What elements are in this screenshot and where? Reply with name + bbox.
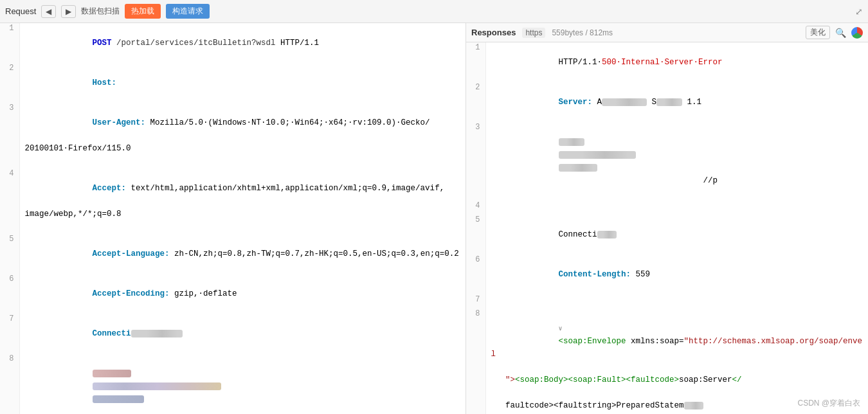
- header-key: Accept-Encoding:: [93, 289, 170, 298]
- header-val: Mozilla/5.0·(Windows·NT·10.0;·Win64;·x64…: [145, 118, 430, 127]
- line-num: 2: [0, 63, 19, 103]
- table-row: 2 Server: A S 1.1: [466, 82, 868, 122]
- chrome-icon: [851, 27, 863, 39]
- line-content: Accept: text/html,application/xhtml+xml,…: [19, 168, 466, 234]
- redacted-server: [602, 98, 647, 106]
- line-content: Connecti: [485, 215, 868, 255]
- line-num: 2: [466, 82, 485, 122]
- redacted-conn: [597, 231, 617, 239]
- line-num: 8: [466, 309, 485, 414]
- table-row: 3 //p: [466, 122, 868, 201]
- request-url: /portal/services/itcBulletin?wsdl: [116, 39, 276, 48]
- line-num: 1: [0, 23, 19, 63]
- table-row: 2 Host:: [0, 63, 466, 103]
- table-row: 7 Connecti: [0, 314, 466, 354]
- header-val: text/html,application/xhtml+xml,applicat…: [126, 184, 444, 193]
- line-num: 5: [466, 215, 485, 255]
- table-row: 3 User-Agent: Mozilla/5.0·(Windows·NT·10…: [0, 103, 466, 168]
- resp-line5: Connecti: [559, 230, 597, 239]
- line-content: POST /portal/services/itcBulletin?wsdl H…: [19, 23, 466, 63]
- line-content: Content-Length: 559: [485, 255, 868, 294]
- toolbar: Request ◀ ▶ 数据包扫描 热加载 构造请求 ⤢: [0, 0, 868, 23]
- header-val-cont: 20100101·Firefox/115.0: [25, 144, 131, 153]
- table-row: 1 HTTP/1.1·500·Internal·Server·Error: [466, 42, 868, 82]
- search-button[interactable]: 🔍: [835, 28, 846, 38]
- line-content: [19, 354, 466, 414]
- toolbar-right: 美化 🔍: [806, 26, 863, 39]
- response-code-area[interactable]: 1 HTTP/1.1·500·Internal·Server·Error 2 S…: [466, 42, 868, 414]
- request-pane: 1 POST /portal/services/itcBulletin?wsdl…: [0, 23, 466, 414]
- redacted-cookie-val2: [93, 395, 144, 403]
- header-key: Connecti: [93, 329, 131, 338]
- header-key: User-Agent:: [93, 118, 146, 127]
- table-row: 1 POST /portal/services/itcBulletin?wsdl…: [0, 23, 466, 63]
- line-num: 6: [466, 255, 485, 294]
- table-row: 5 Accept-Language: zh-CN,zh;q=0.8,zh-TW;…: [0, 234, 466, 274]
- table-row: 4: [466, 201, 868, 215]
- size-info: 559bytes / 812ms: [552, 28, 613, 37]
- redacted-fault: [684, 402, 703, 410]
- response-pane: Responses https 559bytes / 812ms 美化 🔍 1 …: [466, 23, 868, 414]
- xml-tag3: </: [732, 375, 742, 384]
- header-key: Accept:: [93, 184, 127, 193]
- http-version: HTTP/1.1: [276, 39, 320, 48]
- line-num: 7: [0, 314, 19, 354]
- header-key: Content-Length:: [559, 270, 631, 279]
- xml-content2: faultcode><faultstring>PreparedStatem: [505, 401, 684, 410]
- header-val: zh-CN,zh;q=0.8,zh-TW;q=0.7,zh-HK;q=0.5,e…: [170, 249, 459, 258]
- suffix: //p: [559, 176, 718, 185]
- request-code-table: 1 POST /portal/services/itcBulletin?wsdl…: [0, 23, 466, 414]
- redacted-line3a: [559, 138, 584, 146]
- redacted-cookie-val: [93, 382, 221, 390]
- redacted-line3b: [559, 151, 636, 159]
- header-val: A: [592, 98, 602, 107]
- line-num: 6: [0, 274, 19, 314]
- expand-button[interactable]: ⤢: [855, 6, 863, 17]
- header-val-cont: image/webp,*/*;q=0.8: [25, 210, 122, 219]
- line-num: 3: [0, 103, 19, 168]
- xml-tag2: <soap:Body><soap:Fault><faultcode>: [515, 375, 679, 384]
- request-code-area[interactable]: 1 POST /portal/services/itcBulletin?wsdl…: [0, 23, 466, 414]
- construct-request-button[interactable]: 构造请求: [166, 4, 210, 19]
- redacted-val: [131, 330, 183, 338]
- table-row: 6 Content-Length: 559: [466, 255, 868, 294]
- main-container: 1 POST /portal/services/itcBulletin?wsdl…: [0, 23, 868, 414]
- http-method: POST: [93, 39, 112, 48]
- line-content: [485, 201, 868, 215]
- redacted-cookie-key: [93, 370, 131, 377]
- line-num: 1: [466, 42, 485, 82]
- next-button[interactable]: ▶: [61, 5, 76, 18]
- http-status: 500·Internal·Server·Error: [602, 58, 723, 67]
- toolbar-request-title: Request: [5, 6, 36, 16]
- line-num: 3: [466, 122, 485, 201]
- xml-tag: <soap:Envelope: [559, 337, 626, 346]
- fold-arrow[interactable]: ∨: [559, 325, 563, 332]
- http-version-resp: HTTP/1.1·: [559, 58, 602, 67]
- line-num: 8: [0, 354, 19, 414]
- xml-str-cont: ">: [505, 375, 515, 384]
- table-row: 7: [466, 294, 868, 309]
- table-row: 8: [0, 354, 466, 414]
- line-content: Accept-Encoding: gzip,·deflate: [19, 274, 466, 314]
- redacted-server2: [656, 98, 682, 106]
- line-num: 4: [466, 201, 485, 215]
- table-row: 4 Accept: text/html,application/xhtml+xm…: [0, 168, 466, 234]
- line-content: Accept-Language: zh-CN,zh;q=0.8,zh-TW;q=…: [19, 234, 466, 274]
- watermark: CSDN @穿着白衣: [797, 398, 860, 409]
- beautify-button[interactable]: 美化: [806, 26, 830, 39]
- header-key: Host:: [93, 78, 117, 87]
- header-val: 559: [631, 270, 650, 279]
- prev-button[interactable]: ◀: [41, 5, 56, 18]
- line-content: //p: [485, 122, 868, 201]
- line-content: [485, 294, 868, 309]
- hot-load-button[interactable]: 热加载: [125, 4, 161, 19]
- line-content: Host:: [19, 63, 466, 103]
- https-tab[interactable]: https: [522, 28, 545, 38]
- header-key: Server:: [559, 98, 593, 107]
- scan-label: 数据包扫描: [81, 6, 120, 17]
- xml-attr: xmlns:soap=: [626, 337, 684, 346]
- table-row: 6 Accept-Encoding: gzip,·deflate: [0, 274, 466, 314]
- header-val2: S: [647, 98, 656, 107]
- line-num: 4: [0, 168, 19, 234]
- header-key: Accept-Language:: [93, 249, 170, 258]
